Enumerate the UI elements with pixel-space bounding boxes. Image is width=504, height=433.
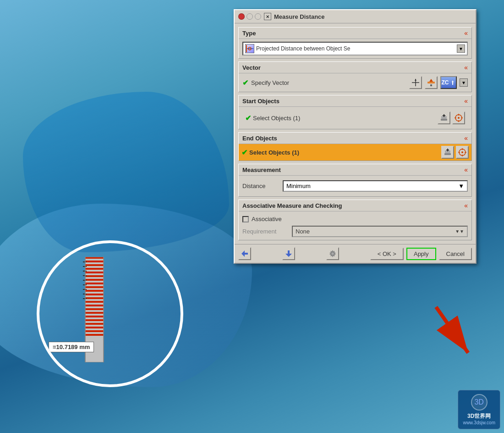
type-section-title: Type bbox=[242, 30, 256, 37]
type-icon bbox=[245, 44, 254, 53]
requirement-dropdown-value: None bbox=[296, 228, 310, 235]
svg-rect-29 bbox=[83, 289, 87, 290]
associative-checkbox[interactable] bbox=[242, 216, 249, 222]
dialog-content: Type « Projected Distance between Object… bbox=[235, 23, 476, 244]
svg-rect-15 bbox=[85, 308, 104, 310]
x-button[interactable]: ✕ bbox=[264, 13, 271, 20]
end-objects-row[interactable]: ✔ Select Objects (1) bbox=[239, 144, 471, 161]
svg-rect-10 bbox=[85, 290, 104, 292]
svg-rect-12 bbox=[85, 297, 104, 299]
end-objects-header: End Objects « bbox=[239, 133, 471, 144]
close-button[interactable] bbox=[238, 13, 245, 20]
end-objects-collapse-icon[interactable]: « bbox=[464, 134, 468, 142]
vector-row: ✔ Specify Vector bbox=[242, 76, 468, 89]
zc-button[interactable]: ZC bbox=[440, 76, 457, 89]
svg-rect-3 bbox=[85, 264, 104, 266]
down-btn[interactable] bbox=[282, 247, 295, 260]
start-objects-section: Start Objects « ✔ Select Objects (1) bbox=[238, 95, 472, 129]
measurement-section-body: Distance Minimum ▼ bbox=[239, 176, 471, 196]
measurement-dropdown[interactable]: Minimum ▼ bbox=[283, 180, 468, 192]
settings-btn[interactable] bbox=[326, 247, 339, 260]
svg-rect-46 bbox=[441, 119, 447, 121]
svg-point-61 bbox=[461, 151, 463, 153]
svg-rect-23 bbox=[83, 261, 87, 262]
vector-section-header: Vector « bbox=[239, 62, 471, 73]
start-objects-header: Start Objects « bbox=[239, 95, 471, 107]
title-bar-buttons bbox=[238, 13, 261, 20]
apply-button[interactable]: Apply bbox=[406, 248, 436, 260]
type-section-header: Type « bbox=[239, 28, 471, 39]
watermark-box: 3D 3D世界网 www.3dsjw.com bbox=[458, 390, 500, 429]
type-dropdown[interactable]: Projected Distance between Object Se ▼ bbox=[242, 42, 468, 56]
svg-point-69 bbox=[331, 253, 334, 255]
measure-distance-dialog: ✕ Measure Distance Type « Pro bbox=[234, 9, 477, 264]
svg-rect-24 bbox=[83, 266, 87, 267]
svg-line-34 bbox=[425, 307, 479, 353]
svg-rect-16 bbox=[85, 312, 104, 314]
start-target-btn[interactable] bbox=[452, 111, 465, 124]
svg-rect-8 bbox=[85, 283, 104, 284]
svg-rect-9 bbox=[85, 286, 104, 288]
svg-rect-56 bbox=[444, 153, 451, 155]
svg-marker-67 bbox=[285, 250, 292, 257]
svg-rect-36 bbox=[246, 45, 247, 52]
end-objects-body: ✔ Select Objects (1) bbox=[239, 144, 471, 161]
svg-rect-27 bbox=[83, 280, 87, 281]
associative-label: Associative bbox=[252, 216, 282, 222]
start-objects-label[interactable]: Select Objects (1) bbox=[253, 115, 436, 122]
requirement-dropdown[interactable]: None ▼▼ bbox=[292, 226, 468, 237]
svg-rect-18 bbox=[85, 319, 104, 321]
start-check-icon: ✔ bbox=[245, 114, 251, 122]
ok-button[interactable]: < OK > bbox=[370, 248, 404, 260]
svg-rect-19 bbox=[85, 323, 104, 325]
type-dropdown-arrow[interactable]: ▼ bbox=[457, 44, 465, 53]
associative-section: Associative Measure and Checking « Assoc… bbox=[238, 200, 472, 240]
start-objects-title: Start Objects bbox=[242, 98, 279, 105]
vector-icon-btn-2[interactable] bbox=[425, 76, 438, 89]
start-objects-row: ✔ Select Objects (1) bbox=[242, 110, 468, 126]
distance-label: Distance bbox=[242, 183, 279, 189]
watermark-logo: 3D bbox=[471, 394, 488, 411]
measurement-section-header: Measurement « bbox=[239, 164, 471, 176]
svg-rect-41 bbox=[427, 82, 435, 83]
vector-check-icon: ✔ bbox=[242, 78, 248, 87]
type-dropdown-label: Projected Distance between Object Se bbox=[256, 45, 455, 52]
requirement-dropdown-arrow: ▼▼ bbox=[455, 229, 464, 234]
vector-section-body: ✔ Specify Vector bbox=[239, 73, 471, 92]
cancel-button[interactable]: Cancel bbox=[439, 248, 472, 260]
svg-rect-43 bbox=[430, 84, 432, 86]
svg-rect-26 bbox=[83, 275, 87, 276]
maximize-button[interactable] bbox=[255, 13, 261, 20]
svg-rect-11 bbox=[85, 294, 104, 295]
measurement-collapse-icon[interactable]: « bbox=[464, 166, 468, 173]
associative-row: Associative bbox=[242, 214, 468, 224]
type-section: Type « Projected Distance between Object… bbox=[238, 27, 472, 59]
start-objects-collapse-icon[interactable]: « bbox=[464, 97, 468, 105]
end-add-btn[interactable] bbox=[441, 146, 454, 159]
vector-collapse-icon[interactable]: « bbox=[464, 64, 468, 71]
vector-dropdown-arrow[interactable]: ▼ bbox=[460, 78, 468, 87]
start-add-btn[interactable] bbox=[438, 111, 450, 124]
svg-marker-66 bbox=[241, 250, 248, 257]
measurement-row: Distance Minimum ▼ bbox=[242, 178, 468, 194]
associative-collapse-icon[interactable]: « bbox=[464, 202, 468, 209]
minimize-button[interactable] bbox=[247, 13, 253, 20]
svg-rect-13 bbox=[85, 301, 104, 303]
measurement-circle: =10.7189 mm bbox=[37, 240, 183, 387]
svg-rect-5 bbox=[85, 272, 104, 273]
associative-section-title: Associative Measure and Checking bbox=[242, 202, 342, 209]
svg-rect-4 bbox=[85, 268, 104, 270]
end-target-btn[interactable] bbox=[456, 146, 469, 159]
svg-point-51 bbox=[458, 117, 460, 119]
svg-rect-7 bbox=[85, 279, 104, 281]
measurement-section-title: Measurement bbox=[242, 167, 281, 173]
vector-icon-btn-1[interactable] bbox=[409, 76, 422, 89]
type-collapse-icon[interactable]: « bbox=[464, 29, 468, 37]
svg-rect-28 bbox=[83, 284, 87, 285]
end-objects-label: Select Objects (1) bbox=[249, 149, 439, 156]
svg-marker-40 bbox=[415, 79, 416, 81]
type-section-body: Projected Distance between Object Se ▼ bbox=[239, 39, 471, 58]
back-btn[interactable] bbox=[238, 247, 251, 260]
svg-rect-21 bbox=[85, 330, 104, 332]
watermark-site: 3D世界网 bbox=[463, 412, 495, 420]
